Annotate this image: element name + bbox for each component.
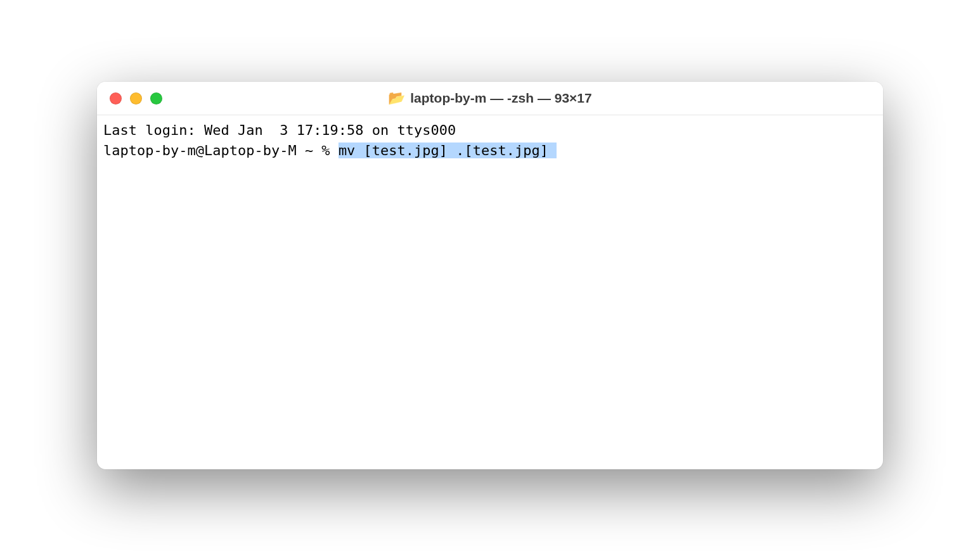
traffic-lights [110, 92, 162, 104]
zoom-button[interactable] [150, 92, 162, 104]
command-selection[interactable]: mv [test.jpg] .[test.jpg] [338, 142, 557, 158]
titlebar[interactable]: 📂 laptop-by-m — -zsh — 93×17 [97, 82, 883, 115]
close-button[interactable] [110, 92, 122, 104]
last-login-line: Last login: Wed Jan 3 17:19:58 on ttys00… [103, 120, 877, 141]
terminal-window: 📂 laptop-by-m — -zsh — 93×17 Last login:… [97, 82, 883, 469]
folder-icon: 📂 [388, 91, 405, 105]
minimize-button[interactable] [130, 92, 142, 104]
prompt-text: laptop-by-m@Laptop-by-M ~ % [103, 142, 338, 158]
window-title-container: 📂 laptop-by-m — -zsh — 93×17 [388, 91, 591, 106]
window-title: laptop-by-m — -zsh — 93×17 [410, 91, 591, 106]
terminal-body[interactable]: Last login: Wed Jan 3 17:19:58 on ttys00… [97, 115, 883, 469]
prompt-line: laptop-by-m@Laptop-by-M ~ % mv [test.jpg… [103, 141, 877, 161]
